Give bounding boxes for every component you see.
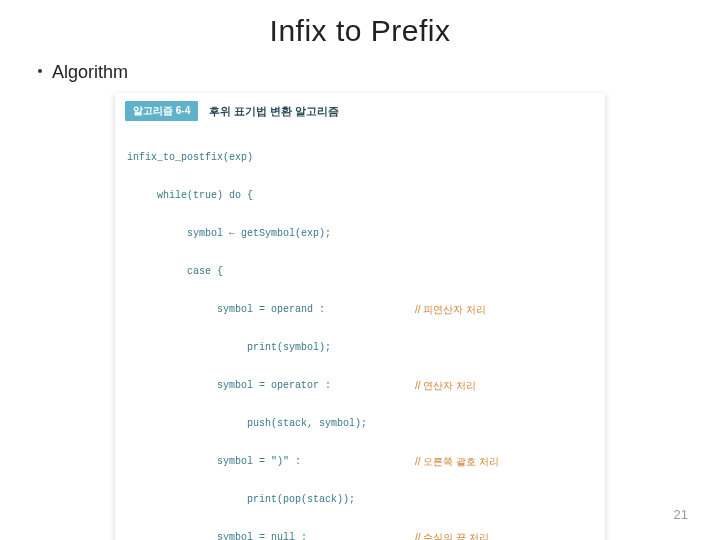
code-comment: // 피연산자 처리 — [415, 300, 486, 319]
algorithm-badge-title: 후위 표기법 변환 알고리즘 — [209, 104, 339, 119]
algorithm-badge: 알고리즘 6-4 — [125, 101, 198, 121]
code-block: infix_to_postfix(exp) while(true) do { s… — [115, 125, 605, 540]
code-line: infix_to_postfix(exp) — [127, 148, 253, 167]
code-line: while(true) do { — [127, 186, 253, 205]
code-line: symbol = null : — [127, 528, 307, 540]
algorithm-card: 알고리즘 6-4 후위 표기법 변환 알고리즘 infix_to_postfix… — [115, 93, 605, 540]
code-comment: // 연산자 처리 — [415, 376, 476, 395]
code-line: print(symbol); — [127, 338, 331, 357]
code-line: print(pop(stack)); — [127, 490, 355, 509]
bullet-text: Algorithm — [52, 62, 128, 82]
code-comment: // 오른쪽 괄호 처리 — [415, 452, 499, 471]
code-line: symbol = ")" : — [127, 452, 301, 471]
bullet-line: Algorithm — [38, 62, 720, 83]
bullet-icon — [38, 69, 42, 73]
card-header: 알고리즘 6-4 후위 표기법 변환 알고리즘 — [115, 93, 605, 125]
code-line: symbol = operator : — [127, 376, 331, 395]
code-line: symbol = operand : — [127, 300, 325, 319]
code-comment: // 수식의 끝 처리 — [415, 528, 489, 540]
code-line: symbol ← getSymbol(exp); — [127, 224, 331, 243]
code-line: push(stack, symbol); — [127, 414, 367, 433]
page-number: 21 — [674, 507, 688, 522]
slide-title: Infix to Prefix — [0, 14, 720, 48]
code-line: case { — [127, 262, 223, 281]
